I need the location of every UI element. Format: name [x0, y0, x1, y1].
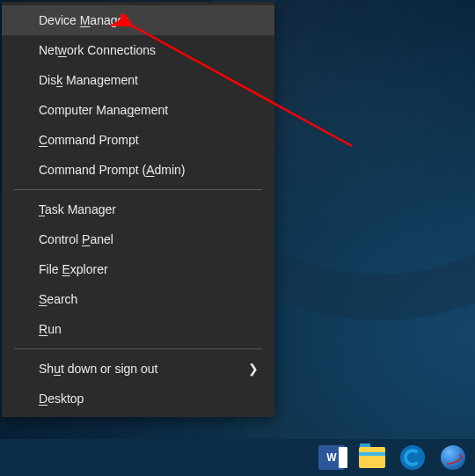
winx-menu: Device ManagerNetwork ConnectionsDisk Ma…: [2, 2, 274, 417]
menu-item-label: Command Prompt (Admin): [39, 163, 186, 177]
menu-item-label: Shut down or sign out: [39, 362, 157, 376]
taskbar-icon-globe[interactable]: [438, 443, 468, 472]
globe-icon: [441, 445, 465, 470]
menu-item-shut-down[interactable]: Shut down or sign out❯: [2, 354, 274, 384]
menu-item-label: Control Panel: [39, 232, 113, 246]
file-explorer-icon: [359, 447, 385, 468]
chevron-right-icon: ❯: [248, 362, 259, 376]
menu-item-label: Run: [39, 322, 62, 336]
menu-item-device-manager[interactable]: Device Manager: [2, 5, 274, 35]
menu-item-run[interactable]: Run: [2, 314, 274, 344]
menu-item-label: Search: [39, 292, 77, 306]
menu-item-label: Device Manager: [39, 13, 128, 27]
taskbar: W: [0, 439, 475, 476]
word-icon: W: [318, 445, 345, 470]
menu-item-search[interactable]: Search: [2, 284, 274, 314]
menu-item-disk-management[interactable]: Disk Management: [2, 65, 274, 95]
taskbar-icon-word[interactable]: W: [317, 443, 347, 472]
menu-item-file-explorer[interactable]: File Explorer: [2, 254, 274, 284]
taskbar-icon-file-explorer[interactable]: [357, 443, 387, 472]
desktop: Device ManagerNetwork ConnectionsDisk Ma…: [0, 0, 475, 476]
menu-separator: [14, 189, 262, 190]
menu-item-label: Network Connections: [39, 43, 156, 57]
taskbar-icon-edge[interactable]: [398, 443, 428, 472]
menu-item-command-prompt-admin[interactable]: Command Prompt (Admin): [2, 155, 274, 185]
menu-item-desktop[interactable]: Desktop: [2, 384, 274, 414]
menu-separator: [14, 348, 262, 349]
menu-item-control-panel[interactable]: Control Panel: [2, 224, 274, 254]
edge-icon: [400, 445, 425, 470]
menu-item-label: File Explorer: [39, 262, 108, 276]
menu-item-command-prompt[interactable]: Command Prompt: [2, 125, 274, 155]
menu-item-label: Task Manager: [39, 202, 116, 216]
menu-item-label: Disk Management: [39, 73, 138, 87]
menu-item-computer-management[interactable]: Computer Management: [2, 95, 274, 125]
menu-item-label: Computer Management: [39, 103, 168, 117]
menu-item-task-manager[interactable]: Task Manager: [2, 194, 274, 224]
menu-item-label: Desktop: [39, 392, 84, 406]
menu-item-label: Command Prompt: [39, 133, 139, 147]
menu-item-network-connections[interactable]: Network Connections: [2, 35, 274, 65]
